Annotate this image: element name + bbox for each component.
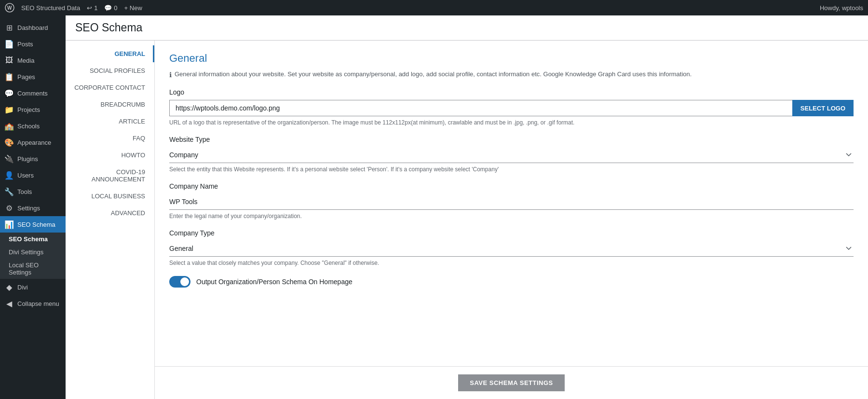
submenu-seo-schema[interactable]: SEO Schema <box>0 233 66 246</box>
sidebar-label-comments: Comments <box>17 90 48 97</box>
settings-icon: ⚙ <box>5 204 14 212</box>
sidebar-label-collapse: Collapse menu <box>17 300 59 307</box>
plugin-name-label: SEO Structured Data <box>21 4 80 12</box>
sidebar-item-projects[interactable]: 📁 Projects <box>0 101 66 118</box>
comments-item[interactable]: 💬 0 <box>104 4 117 12</box>
admin-bar: W SEO Structured Data ↩ 1 💬 0 + New Howd… <box>0 0 868 15</box>
sidebar-item-settings[interactable]: ⚙ Settings <box>0 200 66 216</box>
schema-toggle[interactable] <box>169 276 190 288</box>
company-name-field-group: Company Name Enter the legal name of you… <box>169 182 854 220</box>
new-item[interactable]: + New <box>124 4 142 12</box>
sidebar-label-dashboard: Dashboard <box>17 24 48 31</box>
select-logo-button[interactable]: SELECT LOGO <box>792 100 854 116</box>
sidebar-label-media: Media <box>17 57 34 64</box>
schema-nav-howto[interactable]: HOWTO <box>66 147 154 164</box>
submenu-divi-settings[interactable]: Divi Settings <box>0 246 66 259</box>
media-icon: 🖼 <box>5 56 14 65</box>
sidebar-item-schools[interactable]: 🏫 Schools <box>0 118 66 134</box>
sidebar-label-settings: Settings <box>17 205 40 212</box>
projects-icon: 📁 <box>5 105 14 114</box>
revisions-item[interactable]: ↩ 1 <box>87 4 97 12</box>
toggle-row: Output Organization/Person Schema On Hom… <box>169 276 854 288</box>
dashboard-icon: ⊞ <box>5 23 14 32</box>
sidebar-item-dashboard[interactable]: ⊞ Dashboard <box>0 19 66 36</box>
main-layout: ⊞ Dashboard 📄 Posts 🖼 Media 📋 Pages 💬 Co… <box>0 15 868 399</box>
admin-bar-left: W SEO Structured Data ↩ 1 💬 0 + New <box>5 3 820 13</box>
svg-text:W: W <box>7 5 12 11</box>
schema-footer: SAVE SCHEMA SETTINGS <box>155 366 868 399</box>
comments-icon: 💬 <box>104 4 112 12</box>
company-name-help: Enter the legal name of your company/org… <box>169 213 854 220</box>
sidebar-label-plugins: Plugins <box>17 155 38 163</box>
collapse-icon: ◀ <box>5 299 14 308</box>
schema-nav-advanced[interactable]: ADVANCED <box>66 205 154 221</box>
schema-nav-faq[interactable]: FAQ <box>66 130 154 147</box>
sidebar-label-schools: Schools <box>17 123 40 130</box>
revisions-icon: ↩ <box>87 4 92 12</box>
sidebar-item-media[interactable]: 🖼 Media <box>0 52 66 69</box>
seo-schema-icon: 📊 <box>5 220 14 229</box>
page-header: SEO Schema <box>66 15 868 41</box>
toggle-label-text: Output Organization/Person Schema On Hom… <box>196 278 353 286</box>
plugins-icon: 🔌 <box>5 154 14 163</box>
howdy-text: Howdy, wptools <box>820 4 863 12</box>
sidebar-label-appearance: Appearance <box>17 139 51 146</box>
sidebar-item-seo-schema[interactable]: 📊 SEO Schema <box>0 216 66 233</box>
appearance-icon: 🎨 <box>5 138 14 147</box>
sidebar-label-seo-schema: SEO Schema <box>17 221 55 228</box>
website-type-label: Website Type <box>169 136 854 143</box>
content-area: SEO Schema GENERAL SOCIAL PROFILES CORPO… <box>66 15 868 399</box>
tools-icon: 🔧 <box>5 187 14 196</box>
company-type-help: Select a value that closely matches your… <box>169 260 854 266</box>
logo-field-row: SELECT LOGO <box>169 100 854 116</box>
sidebar-item-pages[interactable]: 📋 Pages <box>0 69 66 85</box>
sidebar: ⊞ Dashboard 📄 Posts 🖼 Media 📋 Pages 💬 Co… <box>0 15 66 399</box>
logo-label: Logo <box>169 88 854 96</box>
schema-nav-general[interactable]: GENERAL <box>66 45 154 62</box>
pages-icon: 📋 <box>5 72 14 81</box>
company-name-input[interactable] <box>169 194 854 210</box>
posts-icon: 📄 <box>5 40 14 48</box>
toggle-slider <box>169 276 190 288</box>
sidebar-label-divi: Divi <box>17 284 28 291</box>
logo-field-group: Logo SELECT LOGO URL of a logo that is r… <box>169 88 854 126</box>
plugin-name-item[interactable]: SEO Structured Data <box>21 4 80 12</box>
website-type-help: Select the entity that this Website repr… <box>169 166 854 173</box>
sidebar-item-users[interactable]: 👤 Users <box>0 167 66 183</box>
sidebar-label-pages: Pages <box>17 73 35 81</box>
schema-nav-article[interactable]: ARTICLE <box>66 113 154 130</box>
website-type-select[interactable]: Company Person <box>169 147 854 163</box>
sidebar-item-collapse[interactable]: ◀ Collapse menu <box>0 295 66 312</box>
company-type-select[interactable]: General Corporation Educational Governme… <box>169 241 854 257</box>
schema-nav-breadcrumb[interactable]: BREADCRUMB <box>66 96 154 113</box>
sidebar-item-divi[interactable]: ◆ Divi <box>0 279 66 295</box>
section-desc-text: General information about your website. … <box>175 70 692 78</box>
schema-nav-covid[interactable]: COVID-19 ANNOUNCEMENT <box>66 164 154 188</box>
sidebar-item-plugins[interactable]: 🔌 Plugins <box>0 151 66 167</box>
schema-nav-local-business[interactable]: LOCAL BUSINESS <box>66 188 154 205</box>
wp-logo-item[interactable]: W <box>5 3 14 13</box>
comments-nav-icon: 💬 <box>5 89 14 97</box>
sidebar-label-posts: Posts <box>17 41 33 48</box>
sidebar-label-tools: Tools <box>17 188 32 195</box>
website-type-field-group: Website Type Company Person Select the e… <box>169 136 854 173</box>
sidebar-item-tools[interactable]: 🔧 Tools <box>0 183 66 200</box>
schema-layout: GENERAL SOCIAL PROFILES CORPORATE CONTAC… <box>66 41 868 399</box>
submenu-local-seo[interactable]: Local SEO Settings <box>0 259 66 279</box>
schema-nav-social-profiles[interactable]: SOCIAL PROFILES <box>66 62 154 79</box>
company-type-label: Company Type <box>169 229 854 237</box>
schema-nav-corporate-contact[interactable]: CORPORATE CONTACT <box>66 79 154 96</box>
sidebar-item-comments[interactable]: 💬 Comments <box>0 85 66 101</box>
sidebar-item-posts[interactable]: 📄 Posts <box>0 36 66 52</box>
users-icon: 👤 <box>5 171 14 179</box>
new-label: + New <box>124 4 142 12</box>
sidebar-label-users: Users <box>17 172 34 179</box>
admin-bar-right: Howdy, wptools <box>820 4 863 12</box>
save-button[interactable]: SAVE SCHEMA SETTINGS <box>458 374 565 391</box>
page-title: SEO Schema <box>75 21 858 34</box>
logo-input[interactable] <box>169 100 792 116</box>
section-description: ℹ General information about your website… <box>169 70 854 79</box>
sidebar-submenu: SEO Schema Divi Settings Local SEO Setti… <box>0 233 66 279</box>
sidebar-item-appearance[interactable]: 🎨 Appearance <box>0 134 66 151</box>
sidebar-label-projects: Projects <box>17 106 40 113</box>
